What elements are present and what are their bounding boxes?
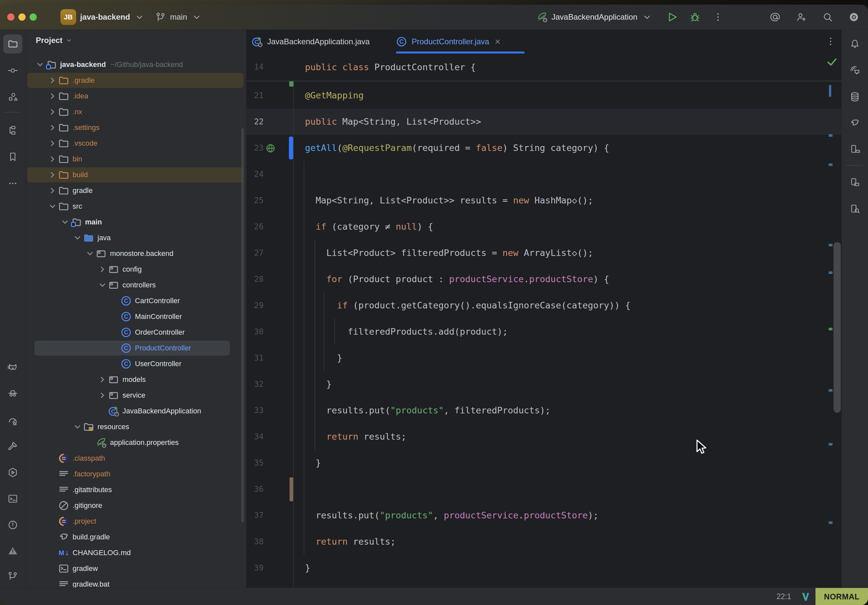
code-line-31[interactable]: }: [305, 345, 343, 371]
chevron-closed-icon[interactable]: [47, 91, 58, 102]
ai-assistant-icon[interactable]: [769, 11, 781, 23]
bell-icon[interactable]: [845, 34, 864, 54]
tree-row-build-gradle[interactable]: build.gradle: [26, 529, 246, 545]
tree-row--gradle[interactable]: .gradle: [26, 73, 246, 88]
chevron-closed-icon[interactable]: [47, 169, 58, 181]
more-actions-kebab-icon[interactable]: [712, 11, 724, 23]
tree-row--settings[interactable]: .settings: [26, 120, 246, 136]
chevron-open-icon[interactable]: [84, 248, 96, 259]
git-icon[interactable]: [3, 566, 22, 586]
run-button[interactable]: [666, 11, 678, 23]
tree-row--gitignore[interactable]: .gitignore: [26, 498, 246, 514]
tree-row-config[interactable]: config: [26, 261, 246, 277]
code-line-35[interactable]: }: [305, 450, 321, 476]
bookmarks-icon[interactable]: [3, 147, 22, 166]
tree-row--vscode[interactable]: .vscode: [26, 136, 246, 151]
code-line-23[interactable]: getAll(@RequestParam(required = false) S…: [305, 135, 609, 161]
sticky-line-header[interactable]: 14 public class ProductController {: [246, 54, 842, 81]
tree-row--gitattributes[interactable]: .gitattributes: [26, 482, 246, 498]
tree-row-monostore-backend[interactable]: monostore.backend: [26, 246, 246, 261]
tree-row-cartcontroller[interactable]: CCartController: [26, 293, 246, 309]
profiler-icon[interactable]: [3, 412, 22, 430]
project-widget[interactable]: JB java-backend: [60, 5, 145, 29]
chevron-closed-icon[interactable]: [97, 264, 108, 275]
tree-row-changelog-md[interactable]: M↓CHANGELOG.md: [26, 545, 246, 561]
inspections-ok-check-icon[interactable]: [826, 56, 837, 67]
tree-row-src[interactable]: src: [26, 198, 246, 214]
code-line-37[interactable]: results.put("products", productService.p…: [305, 502, 598, 529]
chevron-closed-icon[interactable]: [47, 185, 58, 196]
project-panel-header[interactable]: Project: [36, 33, 73, 48]
tab-productcontroller[interactable]: C ProductController.java: [396, 30, 502, 53]
code-line-26[interactable]: if (category ≠ null) {: [305, 214, 433, 240]
tree-row--project[interactable]: .project: [26, 514, 246, 529]
chevron-closed-icon[interactable]: [47, 75, 58, 86]
tree-row-gradlew-bat[interactable]: gradlew.bat: [26, 576, 246, 588]
code-editor-viewport[interactable]: 21@GetMapping22public Map<String, List<P…: [246, 54, 842, 588]
ai-icon[interactable]: [845, 61, 864, 80]
tree-row-gradlew[interactable]: gradlew: [26, 561, 246, 576]
code-line-39[interactable]: }: [305, 555, 310, 581]
code-line-29[interactable]: if (product.getCategory().equalsIgnoreCa…: [305, 292, 631, 319]
warning-icon[interactable]: [3, 542, 22, 560]
database-icon[interactable]: [845, 87, 864, 106]
search-everywhere-icon[interactable]: [822, 11, 833, 23]
incognito-icon[interactable]: [3, 384, 22, 402]
debug-button[interactable]: [689, 11, 701, 23]
terminal-icon[interactable]: [3, 489, 22, 508]
chevron-open-icon[interactable]: [72, 232, 83, 243]
chevron-closed-icon[interactable]: [97, 390, 108, 401]
chevron-open-icon[interactable]: [34, 59, 46, 70]
close-tab-icon[interactable]: [494, 38, 502, 46]
tree-row-javabackendapplication[interactable]: CJavaBackendApplication: [26, 403, 246, 419]
tree-row-service[interactable]: service: [26, 387, 246, 403]
chevron-closed-icon[interactable]: [97, 374, 108, 385]
tree-row-productcontroller[interactable]: CProductController: [26, 340, 246, 356]
tree-row-ordercontroller[interactable]: COrderController: [26, 325, 246, 340]
code-line-33[interactable]: results.put("products", filteredProducts…: [305, 397, 550, 424]
device-search-icon[interactable]: [845, 200, 864, 218]
code-line-34[interactable]: return results;: [305, 424, 406, 450]
code-line-30[interactable]: filteredProducts.add(product);: [305, 319, 508, 345]
chevron-open-icon[interactable]: [47, 201, 58, 212]
code-line-27[interactable]: List<Product> filteredProducts = new Arr…: [305, 240, 593, 266]
more-icon[interactable]: [3, 174, 22, 193]
api-endpoint-globe-icon[interactable]: [265, 143, 276, 154]
hammer-icon[interactable]: [3, 437, 22, 456]
tree-row--factorypath[interactable]: .factorypath: [26, 466, 246, 482]
tree-row-models[interactable]: models: [26, 372, 246, 387]
settings-gear-icon[interactable]: [848, 11, 859, 23]
code-with-me-icon[interactable]: [796, 11, 807, 23]
code-line-28[interactable]: for (Product product : productService.pr…: [305, 266, 609, 292]
tree-row-resources[interactable]: resources: [26, 419, 246, 435]
chevron-closed-icon[interactable]: [47, 138, 58, 149]
chevron-closed-icon[interactable]: [47, 122, 58, 133]
tree-row-usercontroller[interactable]: CUserController: [26, 356, 246, 372]
elephant-icon[interactable]: [845, 113, 864, 133]
structure-icon[interactable]: [3, 121, 22, 140]
tree-scrollbar[interactable]: [241, 128, 244, 522]
close-window-button[interactable]: [7, 14, 14, 21]
tree-row-build[interactable]: build: [26, 167, 246, 183]
code-line-25[interactable]: Map<String, List<Product>> results = new…: [305, 187, 593, 214]
tree-row-main[interactable]: main: [26, 214, 246, 230]
chevron-open-icon[interactable]: [72, 421, 83, 432]
project-icon[interactable]: [3, 34, 22, 54]
tree-row-bin[interactable]: bin: [26, 151, 246, 167]
tree-row--nx[interactable]: .nx: [26, 104, 246, 120]
branch-widget[interactable]: main: [155, 5, 202, 29]
ideavim-icon[interactable]: [800, 591, 811, 602]
tree-row-controllers[interactable]: controllers: [26, 277, 246, 293]
tree-row-application-properties[interactable]: application.properties: [26, 435, 246, 450]
chevron-closed-icon[interactable]: [47, 106, 58, 118]
mirror-icon[interactable]: [845, 173, 864, 192]
shapes-icon[interactable]: [3, 88, 22, 107]
minimize-window-button[interactable]: [19, 14, 26, 21]
tree-row-gradle[interactable]: gradle: [26, 183, 246, 198]
tree-row--idea[interactable]: .idea: [26, 88, 246, 104]
tree-row-maincontroller[interactable]: CMainController: [26, 309, 246, 325]
code-line-32[interactable]: }: [305, 371, 332, 397]
tab-options-kebab-icon[interactable]: [825, 36, 836, 47]
chevron-closed-icon[interactable]: [47, 153, 58, 165]
cat-icon[interactable]: [3, 358, 22, 377]
